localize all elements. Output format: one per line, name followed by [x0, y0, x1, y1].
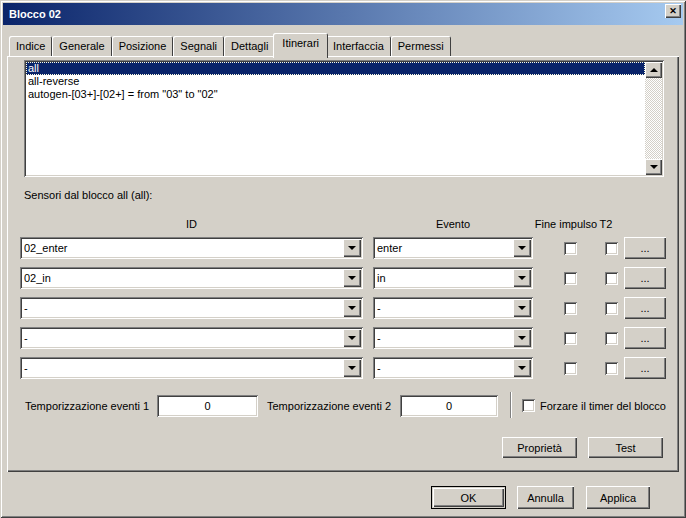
tab-dettagli[interactable]: Dettagli	[224, 36, 275, 56]
more-button-2[interactable]: ...	[624, 267, 666, 289]
t2-checkbox-2[interactable]	[605, 272, 618, 285]
sensor-id-combo-2[interactable]: 02_in	[20, 267, 363, 289]
timer2-input[interactable]	[400, 395, 498, 417]
dialog-window: Blocco 02 ✕ Indice Generale Posizione Se…	[0, 0, 686, 518]
more-icon: ...	[640, 242, 649, 254]
sensor-id-combo-1[interactable]: 02_enter	[20, 237, 363, 259]
more-button-1[interactable]: ...	[624, 237, 666, 259]
tab-itinerari[interactable]: Itinerari	[273, 33, 328, 58]
scroll-up-icon	[650, 68, 658, 72]
fine-impulso-checkbox-2[interactable]	[564, 272, 577, 285]
force-timer-checkbox[interactable]	[522, 399, 535, 412]
fine-impulso-checkbox-1[interactable]	[564, 242, 577, 255]
tab-generale[interactable]: Generale	[52, 36, 111, 56]
routes-list-items: all all-reverse autogen-[03+]-[02+] = fr…	[26, 62, 645, 175]
more-button-4[interactable]: ...	[624, 327, 666, 349]
tab-interfaccia[interactable]: Interfaccia	[326, 36, 391, 56]
timer2-label: Temporizzazione eventi 2	[267, 400, 391, 413]
tab-permessi[interactable]: Permessi	[391, 36, 451, 56]
more-button-3[interactable]: ...	[624, 297, 666, 319]
sensor-id-combo-4[interactable]: -	[20, 327, 363, 349]
sensor-event-combo-4[interactable]: -	[373, 327, 533, 349]
tab-posizione[interactable]: Posizione	[112, 36, 174, 56]
t2-checkbox-3[interactable]	[605, 302, 618, 315]
sensor-event-combo-2[interactable]: in	[373, 267, 533, 289]
chevron-down-icon[interactable]	[343, 239, 361, 257]
fine-impulso-checkbox-5[interactable]	[564, 362, 577, 375]
scroll-up-button[interactable]	[645, 62, 662, 78]
chevron-down-icon[interactable]	[513, 239, 531, 257]
chevron-down-icon[interactable]	[513, 359, 531, 377]
more-button-5[interactable]: ...	[624, 357, 666, 379]
chevron-down-icon[interactable]	[343, 269, 361, 287]
scroll-down-icon	[650, 165, 658, 169]
more-icon: ...	[640, 362, 649, 374]
fine-impulso-checkbox-3[interactable]	[564, 302, 577, 315]
t2-checkbox-5[interactable]	[605, 362, 618, 375]
routes-listbox[interactable]: all all-reverse autogen-[03+]-[02+] = fr…	[24, 60, 664, 177]
column-header-t2: T2	[596, 218, 616, 231]
column-header-id: ID	[20, 218, 363, 231]
chevron-down-icon[interactable]	[513, 329, 531, 347]
t2-checkbox-4[interactable]	[605, 332, 618, 345]
chevron-down-icon[interactable]	[343, 299, 361, 317]
chevron-down-icon[interactable]	[513, 269, 531, 287]
more-icon: ...	[640, 332, 649, 344]
list-item[interactable]: all-reverse	[26, 75, 645, 88]
chevron-down-icon[interactable]	[513, 299, 531, 317]
t2-checkbox-1[interactable]	[605, 242, 618, 255]
sensor-event-combo-3[interactable]: -	[373, 297, 533, 319]
properties-button[interactable]: Proprietà	[502, 437, 577, 458]
listbox-scrollbar[interactable]	[645, 62, 662, 175]
chevron-down-icon[interactable]	[343, 329, 361, 347]
list-item[interactable]: autogen-[03+]-[02+] = from "03" to "02"	[26, 88, 645, 101]
tab-bar: Indice Generale Posizione Segnali Dettag…	[9, 36, 451, 56]
sensor-id-combo-3[interactable]: -	[20, 297, 363, 319]
more-icon: ...	[640, 302, 649, 314]
more-icon: ...	[640, 272, 649, 284]
vertical-divider	[510, 392, 511, 418]
chevron-down-icon[interactable]	[343, 359, 361, 377]
test-button[interactable]: Test	[588, 437, 663, 458]
sensor-id-combo-5[interactable]: -	[20, 357, 363, 379]
force-timer-label: Forzare il timer del blocco	[540, 400, 666, 413]
sensor-event-combo-5[interactable]: -	[373, 357, 533, 379]
timer1-label: Temporizzazione eventi 1	[25, 400, 149, 413]
scroll-down-button[interactable]	[645, 159, 662, 175]
list-item[interactable]: all	[26, 62, 645, 75]
tab-segnali[interactable]: Segnali	[173, 36, 224, 56]
fine-impulso-checkbox-4[interactable]	[564, 332, 577, 345]
column-header-fine-impulso: Fine impulso	[533, 218, 599, 231]
sensor-event-combo-1[interactable]: enter	[373, 237, 533, 259]
sensors-section-label: Sensori dal blocco all (all):	[24, 189, 152, 202]
tab-indice[interactable]: Indice	[9, 36, 52, 56]
column-header-evento: Evento	[373, 218, 533, 231]
timer1-input[interactable]	[157, 395, 258, 417]
